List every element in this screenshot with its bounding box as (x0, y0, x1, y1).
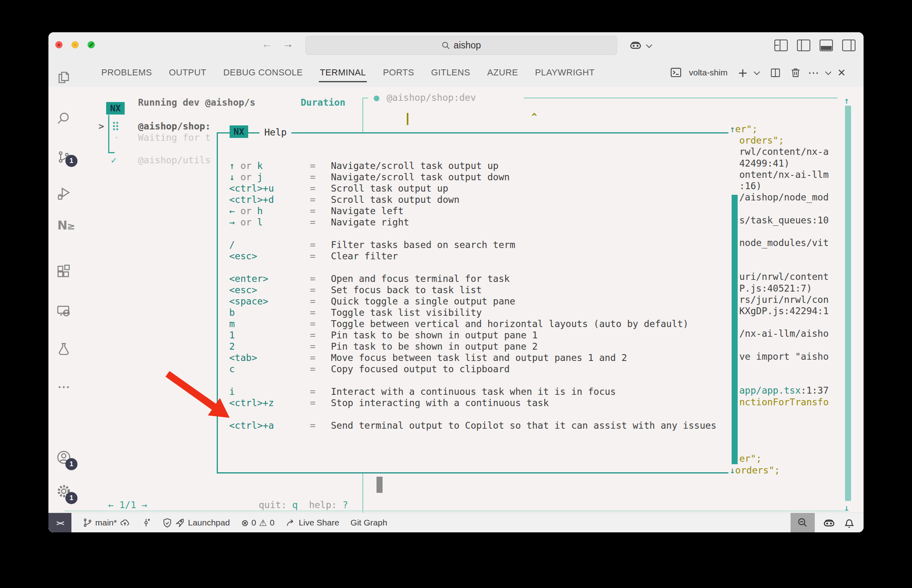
help-row: <esc>=Clear filter (229, 250, 716, 262)
help-row: ← or h=Navigate left (229, 205, 716, 217)
nx-console-icon[interactable]: N≥ (57, 218, 72, 233)
launchpad-status[interactable]: Launchpad (162, 518, 230, 528)
git-graph-status[interactable]: Git Graph (351, 518, 387, 528)
help-row: <ctrl>+z=Stop interacting with a continu… (229, 397, 716, 409)
output-line: P.js:40521:7) (730, 283, 829, 294)
more-views-icon[interactable] (56, 380, 71, 394)
nav-forward-button[interactable]: → (282, 38, 293, 50)
output-line (730, 203, 829, 214)
output-line: uri/nrwl/content (730, 271, 829, 282)
help-row: ↓ or j=Navigate/scroll task output down (229, 171, 716, 183)
bell-icon[interactable] (843, 517, 855, 529)
toggle-primary-sidebar-icon[interactable] (797, 40, 810, 51)
remote-explorer-icon[interactable] (56, 304, 71, 318)
commit-graph-status[interactable] (141, 518, 151, 528)
output-line: ↑er"; (730, 123, 829, 135)
pager-hints: quit: q help: ? (259, 499, 348, 511)
split-terminal-icon[interactable] (770, 67, 781, 78)
help-row: <ctrl>+u=Scroll task output up (229, 183, 716, 194)
git-branch-status[interactable]: main* (83, 518, 130, 528)
help-row: m=Toggle between vertical and horizontal… (229, 318, 716, 329)
search-icon[interactable] (56, 111, 71, 125)
close-panel-icon[interactable]: ✕ (837, 67, 846, 79)
copilot-chevron-down-icon[interactable] (646, 42, 653, 48)
copilot-icon[interactable] (629, 38, 642, 54)
error-icon: ⊗ (241, 518, 249, 528)
tab-terminal[interactable]: TERMINAL (320, 58, 366, 87)
new-terminal-button[interactable]: + (738, 66, 748, 80)
output-line: /nx-ai-llm/aisho (730, 328, 829, 339)
launchpad-label: Launchpad (188, 518, 230, 528)
quit-label: quit: (259, 500, 287, 510)
output-line: orders"; (730, 135, 829, 146)
collapse-panel-chevron-icon[interactable] (825, 69, 832, 75)
status-bar-right (791, 513, 864, 532)
new-terminal-dropdown-icon[interactable] (754, 69, 760, 75)
settings-icon[interactable]: 1 (56, 484, 71, 498)
output-line (730, 362, 829, 373)
help-row: <ctrl>+d=Scroll task output down (229, 194, 716, 205)
minimize-window-button[interactable]: − (71, 41, 79, 48)
help-row: <space>=Quick toggle a single output pan… (229, 296, 716, 307)
nx-logo-n: N (57, 218, 67, 232)
more-actions-icon[interactable]: ⋯ (808, 66, 819, 79)
problems-status[interactable]: ⊗ 0 ⚠ 0 (241, 518, 275, 528)
titlebar: ✕ − ← → aishop (48, 32, 864, 58)
output-line (730, 260, 829, 271)
output-line: KXgDP.js:42294:1 (730, 305, 829, 317)
zoom-window-button[interactable] (88, 41, 95, 48)
scroll-down-icon[interactable]: ↓ (844, 503, 849, 513)
kill-terminal-trash-icon[interactable] (790, 67, 801, 78)
explorer-icon[interactable] (56, 70, 71, 85)
terminal-scrollbar[interactable] (845, 106, 851, 501)
remote-indicator[interactable]: >< (48, 513, 71, 532)
tab-ports[interactable]: PORTS (383, 58, 414, 87)
run-debug-icon[interactable] (56, 186, 71, 201)
nx-help-badge: NX (230, 125, 248, 138)
output-line: nctionForTransfo (730, 396, 829, 408)
terminal-viewport: NX Running dev @aishop/s Duration > @ais… (48, 87, 864, 513)
tab-problems[interactable]: PROBLEMS (101, 58, 152, 87)
warning-count: 0 (270, 518, 275, 528)
live-share-status[interactable]: Live Share (286, 518, 339, 528)
active-terminal-name[interactable]: volta-shim (689, 68, 728, 77)
accounts-icon[interactable]: 1 (56, 450, 71, 465)
extensions-icon[interactable] (56, 264, 71, 279)
help-key: ? (343, 500, 348, 510)
zoom-out-icon (797, 517, 808, 528)
help-row: → or l=Navigate right (229, 217, 716, 228)
help-overlay-title: Help (259, 127, 291, 138)
running-task-item[interactable]: @aishop/shop: (138, 121, 211, 132)
output-inner-scrollbar[interactable] (732, 195, 738, 464)
help-label: help: (309, 500, 337, 510)
source-control-icon[interactable]: 1 (56, 150, 71, 165)
help-row: <tab>=Move focus between task list and o… (229, 352, 716, 363)
tab-debug-console[interactable]: DEBUG CONSOLE (223, 58, 303, 87)
zoom-out-button[interactable] (791, 513, 815, 532)
tab-azure[interactable]: AZURE (487, 58, 518, 87)
rocket-shield-icon (162, 518, 172, 528)
testing-icon[interactable] (56, 342, 71, 357)
fullscreen-glyph (89, 43, 93, 47)
tab-gitlens[interactable]: GITLENS (431, 58, 470, 87)
activity-bar: 1 N≥ 1 (48, 87, 79, 513)
customize-layout-icon[interactable] (774, 40, 788, 51)
tab-playwright[interactable]: PLAYWRIGHT (535, 58, 595, 87)
copilot-status-icon[interactable] (822, 516, 836, 530)
output-line (730, 317, 829, 328)
nav-back-button[interactable]: ← (261, 38, 272, 50)
tab-output[interactable]: OUTPUT (169, 58, 206, 87)
completed-task-item[interactable]: @aishop/utils (138, 154, 211, 166)
task-status-dot: ● (374, 92, 379, 103)
output-line: ve import "aisho (730, 351, 829, 362)
error-count: 0 (251, 518, 256, 528)
help-row: b=Toggle task list visibility (229, 307, 716, 318)
toggle-panel-icon[interactable] (820, 40, 833, 51)
close-window-button[interactable]: ✕ (55, 41, 63, 48)
toggle-secondary-sidebar-icon[interactable] (842, 40, 856, 51)
pager-nav[interactable]: ← 1/1 → (108, 499, 147, 511)
output-pane-title-rule (524, 98, 837, 98)
layout-controls (774, 40, 856, 51)
scroll-up-icon[interactable]: ↑ (844, 96, 849, 106)
command-center-search[interactable]: aishop (305, 36, 617, 55)
